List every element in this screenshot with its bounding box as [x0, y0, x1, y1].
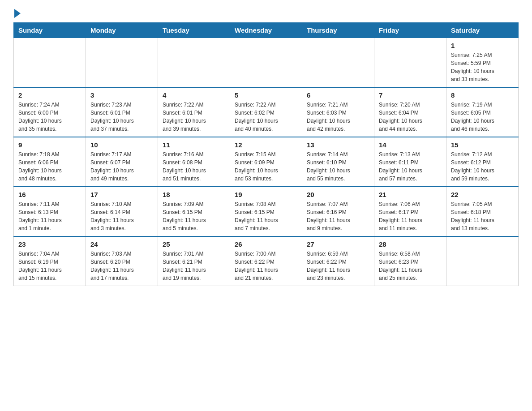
day-info: Sunrise: 7:06 AM Sunset: 6:17 PM Dayligh…	[379, 200, 442, 232]
calendar-cell: 26Sunrise: 7:00 AM Sunset: 6:22 PM Dayli…	[230, 236, 302, 286]
day-number: 4	[163, 91, 225, 99]
calendar-week-row: 16Sunrise: 7:11 AM Sunset: 6:13 PM Dayli…	[14, 187, 519, 236]
weekday-header-tuesday: Tuesday	[158, 23, 230, 38]
day-info: Sunrise: 7:22 AM Sunset: 6:01 PM Dayligh…	[163, 101, 225, 133]
calendar-cell	[14, 38, 86, 88]
calendar-cell: 24Sunrise: 7:03 AM Sunset: 6:20 PM Dayli…	[86, 236, 158, 286]
day-number: 20	[307, 191, 369, 198]
calendar-cell: 20Sunrise: 7:07 AM Sunset: 6:16 PM Dayli…	[302, 187, 374, 236]
day-number: 2	[18, 91, 81, 99]
calendar-week-row: 9Sunrise: 7:18 AM Sunset: 6:06 PM Daylig…	[14, 137, 519, 187]
day-number: 11	[163, 141, 225, 149]
day-info: Sunrise: 7:19 AM Sunset: 6:05 PM Dayligh…	[451, 101, 514, 133]
weekday-header-saturday: Saturday	[446, 23, 519, 38]
calendar-cell: 2Sunrise: 7:24 AM Sunset: 6:00 PM Daylig…	[14, 87, 86, 137]
weekday-header-wednesday: Wednesday	[230, 23, 302, 38]
calendar-cell: 22Sunrise: 7:05 AM Sunset: 6:18 PM Dayli…	[446, 187, 519, 236]
calendar-cell: 7Sunrise: 7:20 AM Sunset: 6:04 PM Daylig…	[374, 87, 446, 137]
calendar-cell	[374, 38, 446, 88]
day-info: Sunrise: 7:09 AM Sunset: 6:15 PM Dayligh…	[163, 200, 225, 232]
calendar-cell	[446, 236, 519, 286]
calendar-cell: 13Sunrise: 7:14 AM Sunset: 6:10 PM Dayli…	[302, 137, 374, 187]
day-info: Sunrise: 7:11 AM Sunset: 6:13 PM Dayligh…	[18, 200, 81, 232]
day-number: 26	[235, 240, 297, 248]
day-number: 1	[451, 42, 514, 49]
calendar-cell: 17Sunrise: 7:10 AM Sunset: 6:14 PM Dayli…	[86, 187, 158, 236]
calendar-cell: 6Sunrise: 7:21 AM Sunset: 6:03 PM Daylig…	[302, 87, 374, 137]
day-number: 21	[379, 191, 442, 198]
day-info: Sunrise: 7:24 AM Sunset: 6:00 PM Dayligh…	[18, 101, 81, 133]
day-info: Sunrise: 7:23 AM Sunset: 6:01 PM Dayligh…	[90, 101, 153, 133]
calendar-cell: 28Sunrise: 6:58 AM Sunset: 6:23 PM Dayli…	[374, 236, 446, 286]
day-info: Sunrise: 7:03 AM Sunset: 6:20 PM Dayligh…	[90, 250, 153, 282]
day-number: 18	[163, 191, 225, 198]
day-info: Sunrise: 7:22 AM Sunset: 6:02 PM Dayligh…	[235, 101, 297, 133]
calendar-cell: 16Sunrise: 7:11 AM Sunset: 6:13 PM Dayli…	[14, 187, 86, 236]
day-number: 5	[235, 91, 297, 99]
calendar-cell: 4Sunrise: 7:22 AM Sunset: 6:01 PM Daylig…	[158, 87, 230, 137]
day-number: 14	[379, 141, 442, 149]
day-info: Sunrise: 7:14 AM Sunset: 6:10 PM Dayligh…	[307, 150, 369, 183]
logo-arrow-icon	[14, 9, 21, 18]
calendar-cell: 27Sunrise: 6:59 AM Sunset: 6:22 PM Dayli…	[302, 236, 374, 286]
calendar-cell	[230, 38, 302, 88]
day-number: 6	[307, 91, 369, 99]
calendar-cell: 5Sunrise: 7:22 AM Sunset: 6:02 PM Daylig…	[230, 87, 302, 137]
day-number: 13	[307, 141, 369, 149]
day-number: 3	[90, 91, 153, 99]
day-info: Sunrise: 7:15 AM Sunset: 6:09 PM Dayligh…	[235, 150, 297, 183]
day-info: Sunrise: 7:21 AM Sunset: 6:03 PM Dayligh…	[307, 101, 369, 133]
day-info: Sunrise: 7:18 AM Sunset: 6:06 PM Dayligh…	[18, 150, 81, 183]
day-number: 17	[90, 191, 153, 198]
calendar-week-row: 23Sunrise: 7:04 AM Sunset: 6:19 PM Dayli…	[14, 236, 519, 286]
calendar-cell: 19Sunrise: 7:08 AM Sunset: 6:15 PM Dayli…	[230, 187, 302, 236]
calendar-cell	[158, 38, 230, 88]
calendar-table: SundayMondayTuesdayWednesdayThursdayFrid…	[13, 22, 519, 286]
weekday-header-thursday: Thursday	[302, 23, 374, 38]
day-info: Sunrise: 7:25 AM Sunset: 5:59 PM Dayligh…	[451, 51, 514, 83]
day-info: Sunrise: 7:16 AM Sunset: 6:08 PM Dayligh…	[163, 150, 225, 183]
day-info: Sunrise: 7:04 AM Sunset: 6:19 PM Dayligh…	[18, 250, 81, 282]
calendar-cell: 9Sunrise: 7:18 AM Sunset: 6:06 PM Daylig…	[14, 137, 86, 187]
day-info: Sunrise: 7:12 AM Sunset: 6:12 PM Dayligh…	[451, 150, 514, 183]
weekday-header-friday: Friday	[374, 23, 446, 38]
day-number: 28	[379, 240, 442, 248]
day-number: 7	[379, 91, 442, 99]
day-number: 25	[163, 240, 225, 248]
weekday-header-sunday: Sunday	[14, 23, 86, 38]
day-info: Sunrise: 7:10 AM Sunset: 6:14 PM Dayligh…	[90, 200, 153, 232]
calendar-cell: 25Sunrise: 7:01 AM Sunset: 6:21 PM Dayli…	[158, 236, 230, 286]
day-number: 12	[235, 141, 297, 149]
day-info: Sunrise: 7:05 AM Sunset: 6:18 PM Dayligh…	[451, 200, 514, 232]
calendar-cell: 10Sunrise: 7:17 AM Sunset: 6:07 PM Dayli…	[86, 137, 158, 187]
calendar-cell: 21Sunrise: 7:06 AM Sunset: 6:17 PM Dayli…	[374, 187, 446, 236]
day-info: Sunrise: 6:58 AM Sunset: 6:23 PM Dayligh…	[379, 250, 442, 282]
day-info: Sunrise: 7:08 AM Sunset: 6:15 PM Dayligh…	[235, 200, 297, 232]
weekday-header-monday: Monday	[86, 23, 158, 38]
day-number: 9	[18, 141, 81, 149]
calendar-cell: 3Sunrise: 7:23 AM Sunset: 6:01 PM Daylig…	[86, 87, 158, 137]
calendar-cell: 15Sunrise: 7:12 AM Sunset: 6:12 PM Dayli…	[446, 137, 519, 187]
calendar-cell	[86, 38, 158, 88]
day-number: 10	[90, 141, 153, 149]
day-number: 8	[451, 91, 514, 99]
day-info: Sunrise: 7:17 AM Sunset: 6:07 PM Dayligh…	[90, 150, 153, 183]
calendar-cell: 12Sunrise: 7:15 AM Sunset: 6:09 PM Dayli…	[230, 137, 302, 187]
calendar-week-row: 1Sunrise: 7:25 AM Sunset: 5:59 PM Daylig…	[14, 38, 519, 88]
day-number: 22	[451, 191, 514, 198]
day-info: Sunrise: 7:00 AM Sunset: 6:22 PM Dayligh…	[235, 250, 297, 282]
day-number: 27	[307, 240, 369, 248]
day-number: 16	[18, 191, 81, 198]
day-number: 19	[235, 191, 297, 198]
calendar-cell: 1Sunrise: 7:25 AM Sunset: 5:59 PM Daylig…	[446, 38, 519, 88]
calendar-header-row: SundayMondayTuesdayWednesdayThursdayFrid…	[14, 23, 519, 38]
calendar-cell: 18Sunrise: 7:09 AM Sunset: 6:15 PM Dayli…	[158, 187, 230, 236]
calendar-week-row: 2Sunrise: 7:24 AM Sunset: 6:00 PM Daylig…	[14, 87, 519, 137]
calendar-cell: 11Sunrise: 7:16 AM Sunset: 6:08 PM Dayli…	[158, 137, 230, 187]
day-info: Sunrise: 7:07 AM Sunset: 6:16 PM Dayligh…	[307, 200, 369, 232]
calendar-cell	[302, 38, 374, 88]
logo	[13, 9, 21, 18]
day-number: 15	[451, 141, 514, 149]
calendar-cell: 8Sunrise: 7:19 AM Sunset: 6:05 PM Daylig…	[446, 87, 519, 137]
day-number: 24	[90, 240, 153, 248]
